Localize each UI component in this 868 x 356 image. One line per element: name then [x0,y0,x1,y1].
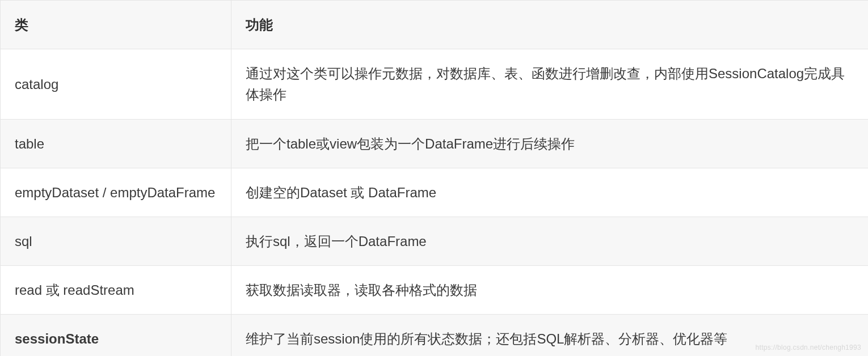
cell-class: read 或 readStream [1,266,231,315]
table-row: sessionState 维护了当前session使用的所有状态数据；还包括SQ… [1,315,869,356]
cell-desc: 通过对这个类可以操作元数据，对数据库、表、函数进行增删改查，内部使用Sessio… [231,49,869,119]
header-class: 类 [1,1,231,49]
table-row: read 或 readStream 获取数据读取器，读取各种格式的数据 [1,266,869,315]
cell-class: sql [1,217,231,265]
table-row: emptyDataset / emptyDataFrame 创建空的Datase… [1,168,869,217]
cell-desc: 执行sql，返回一个DataFrame [231,217,869,265]
cell-class: table [1,119,231,168]
table-header-row: 类 功能 [1,1,869,49]
cell-desc: 获取数据读取器，读取各种格式的数据 [231,266,869,315]
header-function: 功能 [231,1,869,49]
cell-desc: 创建空的Dataset 或 DataFrame [231,168,869,217]
table-row: table 把一个table或view包装为一个DataFrame进行后续操作 [1,119,869,168]
cell-class: sessionState [1,315,231,356]
cell-class: catalog [1,49,231,119]
api-table: 类 功能 catalog 通过对这个类可以操作元数据，对数据库、表、函数进行增删… [0,0,868,356]
cell-class: emptyDataset / emptyDataFrame [1,168,231,217]
table-row: sql 执行sql，返回一个DataFrame [1,217,869,265]
table-row: catalog 通过对这个类可以操作元数据，对数据库、表、函数进行增删改查，内部… [1,49,869,119]
cell-desc: 把一个table或view包装为一个DataFrame进行后续操作 [231,119,869,168]
cell-desc: 维护了当前session使用的所有状态数据；还包括SQL解析器、分析器、优化器等 [231,315,869,356]
